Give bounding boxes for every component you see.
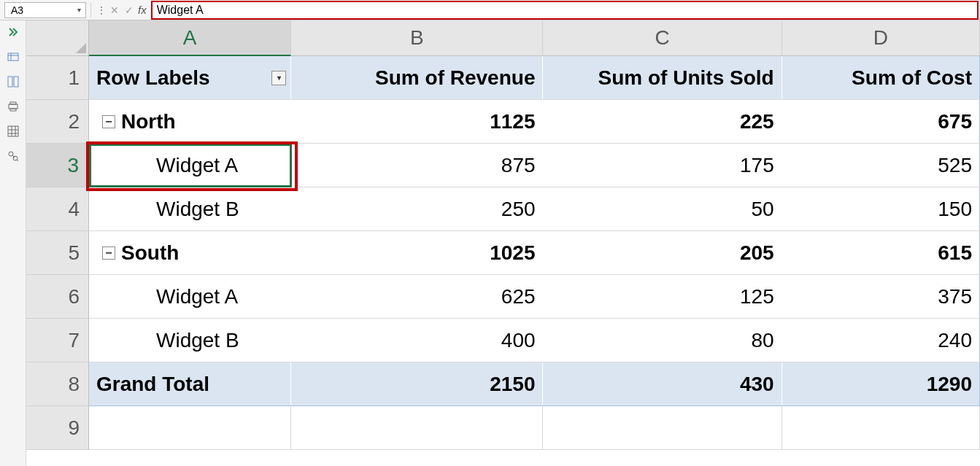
cell-b1[interactable]: Sum of Revenue: [291, 56, 543, 99]
cell-d4[interactable]: 150: [782, 187, 980, 230]
cell-value: 615: [938, 241, 972, 265]
cell-value: 400: [501, 329, 536, 352]
cell-d8[interactable]: 1290: [782, 362, 980, 405]
pane-split-icon[interactable]: [7, 76, 19, 90]
cell-a9[interactable]: [89, 406, 291, 449]
col-header-b[interactable]: B: [291, 20, 543, 56]
cell-a8[interactable]: Grand Total: [89, 362, 291, 405]
name-box[interactable]: A3 ▾: [4, 2, 86, 18]
cell-a3[interactable]: Widget A: [89, 144, 292, 187]
formula-input[interactable]: Widget A: [151, 1, 979, 20]
cell-c6[interactable]: 125: [544, 275, 782, 318]
cell-d7[interactable]: 240: [782, 319, 980, 362]
cell-value: 625: [501, 285, 536, 308]
cell-value: 50: [752, 198, 774, 221]
header-label: Sum of Cost: [852, 66, 972, 90]
cell-c4[interactable]: 50: [544, 187, 782, 230]
expand-pane-icon[interactable]: [7, 26, 19, 41]
main-area: A B C D 1 2 3 4 5 6 7 8 9 Row Labels ▾ S…: [0, 20, 980, 466]
cell-b8[interactable]: 2150: [291, 362, 543, 405]
cell-value: 1125: [490, 110, 535, 133]
row-header-3[interactable]: 3: [26, 144, 89, 187]
cell-d5[interactable]: 615: [782, 231, 980, 274]
row-header-2[interactable]: 2: [26, 100, 89, 144]
confirm-check-icon: ✓: [122, 4, 136, 16]
region-name: South: [121, 241, 179, 265]
filter-dropdown-icon[interactable]: ▾: [271, 71, 286, 85]
row-label: 8: [68, 373, 80, 396]
cell-a5[interactable]: − South: [89, 231, 291, 274]
cell-c7[interactable]: 80: [544, 319, 782, 362]
cell-c9[interactable]: [543, 406, 782, 449]
cell-c8[interactable]: 430: [543, 362, 782, 405]
pivot-header-row: Row Labels ▾ Sum of Revenue Sum of Units…: [89, 56, 980, 100]
col-header-a[interactable]: A: [89, 20, 291, 56]
cell-c5[interactable]: 205: [543, 231, 782, 274]
cell-a4[interactable]: Widget B: [89, 187, 292, 230]
region-name: North: [121, 110, 176, 133]
chevron-down-icon[interactable]: ▾: [74, 6, 84, 14]
cell-b9[interactable]: [291, 406, 543, 449]
pane-find-icon[interactable]: [7, 150, 19, 165]
pane-table-icon[interactable]: [7, 51, 19, 66]
col-header-c[interactable]: C: [543, 20, 782, 56]
cell-d2[interactable]: 675: [782, 100, 980, 143]
row-headers: 1 2 3 4 5 6 7 8 9: [26, 56, 89, 466]
separator: [90, 3, 91, 18]
cell-c2[interactable]: 225: [543, 100, 782, 143]
row-label: 9: [68, 416, 80, 440]
cell-a7[interactable]: Widget B: [89, 319, 292, 362]
cell-d6[interactable]: 375: [782, 275, 980, 318]
cell-d1[interactable]: Sum of Cost: [782, 56, 980, 99]
cell-b4[interactable]: 250: [292, 187, 544, 230]
cell-b6[interactable]: 625: [292, 275, 544, 318]
cell-b5[interactable]: 1025: [291, 231, 543, 274]
svg-rect-6: [10, 102, 16, 104]
svg-line-16: [17, 160, 18, 161]
row-header-7[interactable]: 7: [26, 319, 89, 362]
pivot-region-row: − North 1125 225 675: [89, 100, 980, 144]
row-header-4[interactable]: 4: [26, 187, 89, 231]
collapse-icon[interactable]: −: [102, 115, 115, 128]
row-header-8[interactable]: 8: [26, 362, 89, 406]
cell-a1[interactable]: Row Labels ▾: [89, 56, 291, 99]
cell-a6[interactable]: Widget A: [89, 275, 292, 318]
cell-b7[interactable]: 400: [292, 319, 544, 362]
cell-d9[interactable]: [782, 406, 980, 449]
select-all-corner[interactable]: [26, 20, 89, 56]
cell-c3[interactable]: 175: [544, 144, 782, 187]
row-label: 1: [68, 66, 80, 90]
col-header-d[interactable]: D: [782, 20, 980, 56]
row-header-6[interactable]: 6: [26, 275, 89, 319]
cell-value: 525: [938, 154, 972, 177]
item-name: Widget A: [156, 285, 238, 308]
name-box-value: A3: [11, 4, 23, 16]
fx-icon[interactable]: fx: [136, 4, 151, 16]
pivot-region-row: − South 1025 205 615: [89, 231, 980, 275]
row-label: 5: [68, 241, 80, 265]
cell-b2[interactable]: 1125: [291, 100, 543, 143]
cell-value: 80: [752, 329, 774, 352]
pane-grid-icon[interactable]: [7, 125, 19, 140]
cell-c1[interactable]: Sum of Units Sold: [543, 56, 782, 99]
row-header-5[interactable]: 5: [26, 231, 89, 275]
pane-print-icon[interactable]: [7, 101, 19, 115]
row-header-1[interactable]: 1: [26, 56, 89, 100]
collapse-icon[interactable]: −: [102, 246, 115, 260]
header-label: Sum of Units Sold: [598, 66, 774, 90]
cell-value: 1025: [490, 241, 535, 265]
worksheet[interactable]: A B C D 1 2 3 4 5 6 7 8 9 Row Labels ▾ S…: [26, 20, 980, 466]
cell-value: 875: [501, 154, 536, 177]
header-label: Row Labels: [96, 66, 210, 90]
expand-dots-icon[interactable]: ⋮: [96, 5, 107, 15]
row-label: 6: [68, 285, 80, 308]
row-label: 3: [67, 154, 79, 177]
cell-d3[interactable]: 525: [782, 144, 980, 187]
pivot-item-row: Widget A 875 175 525: [89, 144, 980, 187]
header-label: Sum of Revenue: [375, 66, 535, 90]
cell-value: 430: [740, 373, 774, 396]
row-header-9[interactable]: 9: [26, 406, 89, 450]
cell-a2[interactable]: − North: [89, 100, 291, 143]
svg-rect-0: [8, 53, 18, 61]
cell-b3[interactable]: 875: [292, 144, 544, 187]
